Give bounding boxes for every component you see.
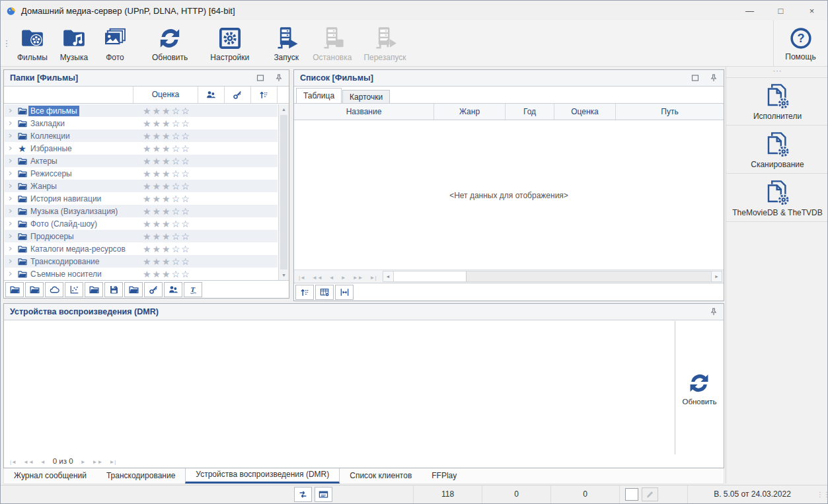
nav-prev-button[interactable]: ◄	[326, 275, 338, 281]
folders-scrollbar[interactable]: ▲ ▼	[278, 104, 289, 280]
pin-panel-icon[interactable]	[710, 308, 718, 316]
rating-column-header[interactable]: Оценка	[133, 87, 198, 103]
pin-panel-icon[interactable]	[710, 74, 718, 82]
scroll-left-icon[interactable]: ◄	[383, 271, 394, 281]
column-width-button[interactable]	[335, 285, 354, 300]
movies-button[interactable]: Фильмы	[11, 20, 54, 66]
stop-server-button[interactable]: Остановка	[307, 20, 358, 66]
start-server-button[interactable]: Запуск	[266, 20, 307, 66]
rating-stars[interactable]: ★★★☆☆	[134, 207, 191, 216]
tree-row[interactable]: Жанры★★★☆☆	[5, 180, 278, 192]
photo-button[interactable]: Фото	[94, 20, 135, 66]
horizontal-scrollbar[interactable]: ◄ ►	[383, 271, 722, 282]
minimize-button[interactable]: —	[734, 1, 765, 20]
scroll-up-icon[interactable]: ▲	[279, 104, 289, 114]
weather-button[interactable]	[45, 282, 63, 297]
scatter-button[interactable]	[65, 282, 83, 297]
scroll-right-icon[interactable]: ►	[711, 271, 722, 281]
expand-button[interactable]	[5, 233, 16, 239]
rating-stars[interactable]: ★★★☆☆	[134, 219, 191, 229]
network-status-button[interactable]	[294, 487, 312, 502]
rating-stars[interactable]: ★★★☆☆	[134, 270, 191, 279]
expand-button[interactable]	[5, 221, 16, 227]
expand-button[interactable]	[5, 133, 16, 139]
dmr-refresh-button[interactable]: Обновить	[682, 371, 716, 406]
toolbar-drag-handle[interactable]: ⋮	[1, 20, 11, 66]
rating-stars[interactable]: ★★★☆☆	[134, 232, 191, 241]
bottom-tab[interactable]: Список клиентов	[340, 468, 422, 484]
view-tab[interactable]: Таблица	[296, 88, 342, 103]
rating-stars[interactable]: ★★★☆☆	[134, 182, 191, 191]
expand-button[interactable]	[5, 271, 16, 277]
save-button[interactable]	[104, 282, 123, 297]
nav-prev-page-button[interactable]: ◄◄	[20, 459, 37, 465]
expand-button[interactable]	[5, 246, 16, 252]
close-button[interactable]: ×	[796, 1, 827, 20]
scroll-down-icon[interactable]: ▼	[279, 270, 289, 280]
resize-grip-icon[interactable]: ⋮⋮	[817, 491, 827, 498]
maximize-panel-icon[interactable]	[691, 74, 699, 82]
rating-stars[interactable]: ★★★☆☆	[134, 244, 191, 254]
nav-next-button[interactable]: ►	[338, 275, 350, 281]
bottom-tab[interactable]: Журнал сообщений	[4, 468, 96, 484]
rating-stars[interactable]: ★★★☆☆	[134, 257, 191, 266]
rating-stars[interactable]: ★★★☆☆	[134, 131, 191, 141]
rating-stars[interactable]: ★★★☆☆	[134, 169, 191, 178]
rating-stars[interactable]: ★★★☆☆	[134, 106, 191, 116]
nav-last-button[interactable]: ►|	[367, 275, 380, 281]
status-checkbox[interactable]	[625, 488, 638, 501]
users-access-button[interactable]	[198, 87, 225, 103]
open-folder-button[interactable]	[5, 282, 24, 297]
pin-panel-icon[interactable]	[275, 74, 283, 82]
scroll-thumb[interactable]	[394, 271, 467, 281]
tree-row[interactable]: Транскодирование★★★☆☆	[5, 255, 278, 268]
tree-row[interactable]: Актеры★★★☆☆	[5, 155, 278, 167]
refresh-button[interactable]: Обновить	[146, 20, 194, 66]
tree-row[interactable]: Фото (Слайд-шоу)★★★☆☆	[5, 217, 278, 230]
column-header[interactable]: Жанр	[434, 104, 506, 120]
sidebar-item[interactable]: Сканирование	[726, 126, 828, 174]
nav-prev-button[interactable]: ◄	[37, 459, 49, 465]
music-button[interactable]: Музыка	[54, 20, 94, 66]
users-button[interactable]	[164, 282, 182, 297]
bottom-tab[interactable]: Транскодирование	[96, 468, 185, 484]
tree-row[interactable]: Каталоги медиа-ресурсов★★★☆☆	[5, 242, 278, 255]
help-button[interactable]: Помощь	[773, 20, 827, 66]
key-button[interactable]	[144, 282, 163, 297]
tree-row[interactable]: Все фильмы★★★☆☆	[5, 104, 278, 117]
sort-button[interactable]	[295, 285, 314, 300]
nav-first-button[interactable]: |◄	[295, 275, 309, 281]
search-key-button[interactable]	[225, 87, 251, 103]
tree-row[interactable]: Продюсеры★★★☆☆	[5, 230, 278, 242]
restart-server-button[interactable]: Перезапуск	[358, 20, 412, 66]
sidebar-item[interactable]: TheMovieDB & TheTVDB	[726, 174, 828, 222]
column-header[interactable]: Название	[294, 104, 434, 120]
column-header[interactable]: Оценка	[554, 104, 616, 120]
view-tab[interactable]: Карточки	[342, 90, 390, 103]
tree-row[interactable]: Съемные носители★★★☆☆	[5, 268, 278, 280]
settings-button[interactable]: Настройки	[204, 20, 255, 66]
expand-button[interactable]	[5, 170, 16, 176]
nav-next-page-button[interactable]: ►►	[350, 275, 367, 281]
scroll-thumb[interactable]	[280, 115, 287, 270]
tree-row[interactable]: Коллекции★★★☆☆	[5, 129, 278, 142]
tree-row[interactable]: Режиссеры★★★☆☆	[5, 167, 278, 180]
expand-button[interactable]	[5, 145, 16, 151]
maximize-panel-icon[interactable]	[256, 74, 264, 82]
column-header[interactable]: Путь	[616, 104, 724, 120]
expand-button[interactable]	[5, 196, 16, 201]
refresh-folder-button[interactable]	[124, 282, 143, 297]
column-header[interactable]: Год	[506, 104, 554, 120]
expand-button[interactable]	[5, 183, 16, 189]
nav-next-page-button[interactable]: ►►	[89, 459, 106, 465]
name-column-header[interactable]	[4, 87, 133, 103]
rating-stars[interactable]: ★★★☆☆	[134, 119, 191, 128]
expand-button[interactable]	[5, 208, 16, 214]
export-folder-button[interactable]	[85, 282, 103, 297]
nav-next-button[interactable]: ►	[77, 459, 89, 465]
font-button[interactable]	[184, 282, 202, 297]
database-status-button[interactable]	[315, 487, 332, 502]
expand-button[interactable]	[5, 158, 16, 164]
expand-button[interactable]	[5, 258, 16, 264]
sidebar-item[interactable]: Исполнители	[726, 77, 828, 126]
